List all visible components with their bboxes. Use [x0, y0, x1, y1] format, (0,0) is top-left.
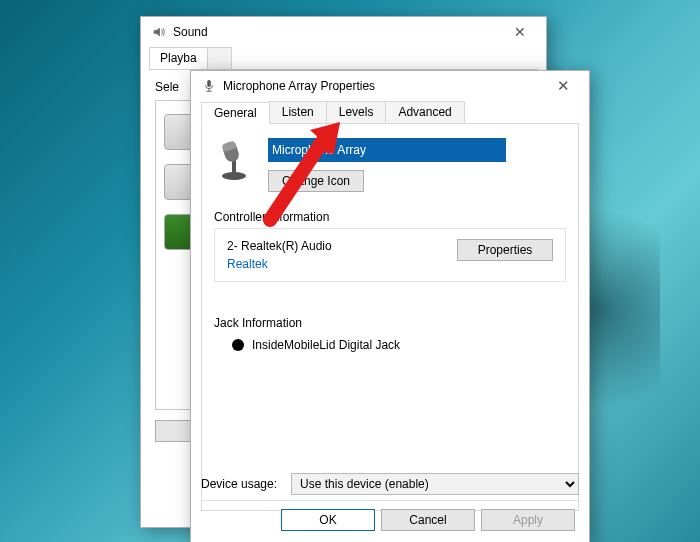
sound-titlebar[interactable]: Sound ✕ [141, 17, 546, 47]
speaker-icon [151, 24, 167, 40]
general-panel: Change Icon Controller Information 2- Re… [201, 124, 579, 511]
tab-playback[interactable]: Playba [149, 47, 208, 69]
separator [201, 500, 579, 501]
mic-properties-window: Microphone Array Properties ✕ General Li… [190, 70, 590, 542]
device-name-input[interactable] [268, 138, 506, 162]
tab-advanced[interactable]: Advanced [385, 101, 464, 123]
tab-levels[interactable]: Levels [326, 101, 387, 123]
controller-properties-button[interactable]: Properties [457, 239, 553, 261]
cancel-button[interactable]: Cancel [381, 509, 475, 531]
tab-listen[interactable]: Listen [269, 101, 327, 123]
svg-rect-2 [232, 160, 236, 174]
tab-general[interactable]: General [201, 102, 270, 124]
change-icon-button[interactable]: Change Icon [268, 170, 364, 192]
sound-title: Sound [173, 25, 500, 39]
mic-titlebar[interactable]: Microphone Array Properties ✕ [191, 71, 589, 101]
controller-info-label: Controller Information [214, 210, 566, 224]
jack-color-dot [232, 339, 244, 351]
controller-vendor-link[interactable]: Realtek [227, 257, 268, 271]
jack-name: InsideMobileLid Digital Jack [252, 338, 400, 352]
ok-button[interactable]: OK [281, 509, 375, 531]
apply-button[interactable]: Apply [481, 509, 575, 531]
microphone-icon [201, 78, 217, 94]
mic-tabs: General Listen Levels Advanced [201, 101, 579, 124]
close-icon[interactable]: ✕ [500, 24, 540, 40]
tab-recording[interactable] [207, 47, 232, 69]
device-usage-label: Device usage: [201, 477, 277, 491]
svg-rect-0 [207, 80, 211, 87]
close-icon[interactable]: ✕ [543, 77, 583, 95]
device-usage-select[interactable]: Use this device (enable) [291, 473, 579, 495]
controller-name: 2- Realtek(R) Audio [227, 239, 332, 253]
sound-tabs: Playba [149, 47, 538, 70]
device-large-icon [214, 138, 254, 182]
mic-title: Microphone Array Properties [223, 79, 543, 93]
jack-info-label: Jack Information [214, 316, 566, 330]
